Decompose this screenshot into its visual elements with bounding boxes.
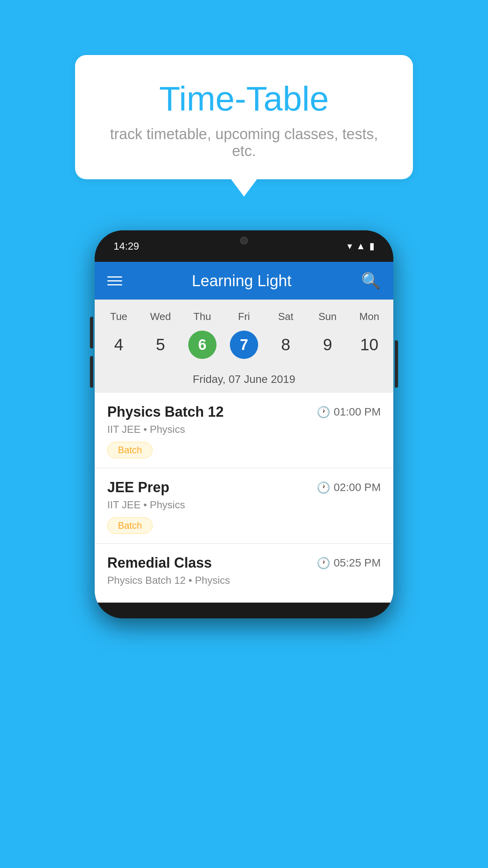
day-header-thu: Thu bbox=[182, 307, 223, 326]
status-time: 14:29 bbox=[114, 240, 139, 252]
bubble-title: Time-Table bbox=[99, 79, 389, 119]
top-section: Time-Table track timetable, upcoming cla… bbox=[0, 0, 488, 179]
schedule-item-1-header: Physics Batch 12 🕐 01:00 PM bbox=[107, 404, 381, 420]
speech-bubble: Time-Table track timetable, upcoming cla… bbox=[75, 55, 413, 179]
schedule-item-3-header: Remedial Class 🕐 05:25 PM bbox=[107, 555, 381, 571]
status-icons: ▾ ▲ ▮ bbox=[347, 241, 374, 252]
day-header-sun: Sun bbox=[306, 307, 348, 326]
day-4[interactable]: 4 bbox=[98, 327, 139, 362]
schedule-item-2-time: 🕐 02:00 PM bbox=[317, 481, 381, 494]
schedule-item-3-title: Remedial Class bbox=[107, 555, 212, 571]
app-bar-title: Learning Light bbox=[122, 272, 361, 290]
day-8[interactable]: 8 bbox=[265, 327, 306, 362]
phone-screen: Learning Light 🔍 Tue Wed Thu Fri Sat Sun… bbox=[95, 262, 393, 603]
clock-icon-3: 🕐 bbox=[317, 557, 330, 570]
selected-date: Friday, 07 June 2019 bbox=[95, 368, 393, 393]
schedule-item-2-title: JEE Prep bbox=[107, 479, 169, 496]
phone-frame: 14:29 ▾ ▲ ▮ Learning Light 🔍 bbox=[95, 230, 393, 618]
volume-up-button bbox=[90, 317, 93, 348]
day-header-fri: Fri bbox=[223, 307, 265, 326]
search-icon[interactable]: 🔍 bbox=[361, 272, 381, 290]
day-headers: Tue Wed Thu Fri Sat Sun Mon bbox=[95, 307, 393, 326]
batch-badge-1: Batch bbox=[107, 442, 152, 458]
phone-bottom-bar bbox=[95, 603, 393, 618]
bubble-subtitle: track timetable, upcoming classes, tests… bbox=[99, 126, 389, 160]
clock-icon-2: 🕐 bbox=[317, 481, 330, 494]
app-bar: Learning Light 🔍 bbox=[95, 262, 393, 300]
day-6[interactable]: 6 bbox=[182, 327, 223, 362]
schedule-item-3[interactable]: Remedial Class 🕐 05:25 PM Physics Batch … bbox=[95, 544, 393, 603]
status-bar: 14:29 ▾ ▲ ▮ bbox=[95, 230, 393, 262]
schedule-item-1-time: 🕐 01:00 PM bbox=[317, 406, 381, 419]
schedule-item-1-subtitle: IIT JEE • Physics bbox=[107, 423, 381, 436]
day-7[interactable]: 7 bbox=[223, 327, 265, 362]
schedule-item-2[interactable]: JEE Prep 🕐 02:00 PM IIT JEE • Physics Ba… bbox=[95, 468, 393, 544]
menu-icon[interactable] bbox=[107, 276, 122, 285]
day-header-mon: Mon bbox=[349, 307, 390, 326]
day-header-tue: Tue bbox=[98, 307, 139, 326]
calendar-strip: Tue Wed Thu Fri Sat Sun Mon 4 5 6 7 bbox=[95, 300, 393, 393]
day-header-wed: Wed bbox=[139, 307, 181, 326]
phone-container: 14:29 ▾ ▲ ▮ Learning Light 🔍 bbox=[95, 230, 393, 618]
schedule-item-3-time: 🕐 05:25 PM bbox=[317, 557, 381, 570]
day-header-sat: Sat bbox=[265, 307, 306, 326]
schedule-item-2-subtitle: IIT JEE • Physics bbox=[107, 499, 381, 511]
day-10[interactable]: 10 bbox=[349, 327, 390, 362]
day-numbers: 4 5 6 7 8 9 10 bbox=[95, 326, 393, 368]
day-selected-circle[interactable]: 7 bbox=[230, 331, 258, 359]
camera-dot bbox=[240, 237, 248, 245]
power-button bbox=[395, 340, 398, 388]
schedule-item-1-title: Physics Batch 12 bbox=[107, 404, 224, 420]
schedule-item-3-subtitle: Physics Batch 12 • Physics bbox=[107, 574, 381, 587]
notch bbox=[209, 230, 279, 251]
day-5[interactable]: 5 bbox=[139, 327, 181, 362]
clock-icon-1: 🕐 bbox=[317, 406, 330, 419]
schedule-item-1[interactable]: Physics Batch 12 🕐 01:00 PM IIT JEE • Ph… bbox=[95, 393, 393, 468]
signal-icon: ▲ bbox=[356, 241, 365, 252]
batch-badge-2: Batch bbox=[107, 517, 152, 534]
schedule-item-2-header: JEE Prep 🕐 02:00 PM bbox=[107, 479, 381, 496]
volume-down-button bbox=[90, 356, 93, 388]
day-today-circle[interactable]: 6 bbox=[188, 331, 216, 359]
schedule-list: Physics Batch 12 🕐 01:00 PM IIT JEE • Ph… bbox=[95, 393, 393, 603]
battery-icon: ▮ bbox=[369, 241, 374, 252]
day-9[interactable]: 9 bbox=[306, 327, 348, 362]
wifi-icon: ▾ bbox=[347, 241, 352, 252]
